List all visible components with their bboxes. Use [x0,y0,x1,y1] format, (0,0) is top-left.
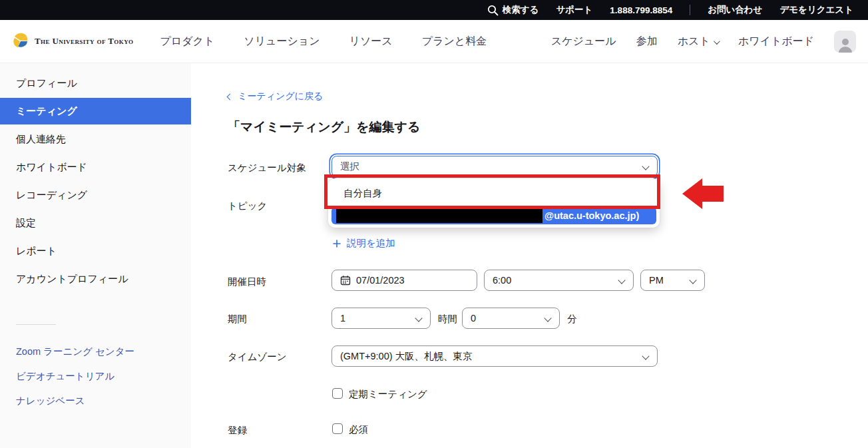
sidebar-item-recordings[interactable]: レコーディング [0,182,191,208]
duration-hours-value: 1 [340,313,345,324]
registration-required-checkbox[interactable] [332,423,343,434]
sidebar-divider [16,324,56,325]
university-of-tokyo-logo[interactable]: The University of Tokyo [12,33,133,51]
sidebar-link-learning-center[interactable]: Zoom ラーニング センター [0,339,191,364]
search-icon [487,5,499,16]
schedule-link[interactable]: スケジュール [551,35,616,49]
whiteboard-link[interactable]: ホワイトボード [738,35,814,49]
person-icon [837,37,854,53]
ampm-select[interactable]: PM [640,270,705,291]
nav-actions: スケジュール 参加 ホスト ホワイトボード [551,31,856,53]
schedule-for-dropdown-panel: 自分自身 @utac.u-tokyo.ac.jp) [328,178,660,228]
ampm-value: PM [649,275,664,286]
recurring-meeting-checkbox[interactable] [332,388,343,399]
sidebar-item-account-profile[interactable]: アカウントプロフィール [0,266,191,292]
topic-label: トピック [228,200,267,212]
time-value: 6:00 [493,275,511,286]
chevron-down-icon [544,314,551,322]
search-button[interactable]: 検索する [487,4,539,16]
sidebar-item-whiteboard[interactable]: ホワイトボード [0,154,191,180]
back-to-meetings-link[interactable]: ミーティングに戻る [228,91,323,103]
sidebar-menu: プロフィール ミーティング 個人連絡先 ホワイトボード レコーディング 設定 レ… [0,63,191,292]
ginkgo-leaf-icon [12,33,30,51]
sidebar-item-settings[interactable]: 設定 [0,210,191,236]
date-input[interactable]: 07/01/2023 [331,270,477,291]
contact-link[interactable]: お問い合わせ [708,4,762,16]
nav-links: プロダクト ソリューション リソース プランと料金 [160,35,487,49]
annotation-red-arrow-icon [682,178,724,209]
sidebar-item-meetings[interactable]: ミーティング [0,98,191,124]
host-menu[interactable]: ホスト [678,35,718,49]
sidebar-link-video-tutorials[interactable]: ビデオチュートリアル [0,364,191,389]
chevron-left-icon [227,93,234,100]
recurring-meeting-label: 定期ミーティング [349,388,427,401]
topbar-divider [690,5,690,15]
chevron-down-icon [642,162,649,170]
dropdown-option-self[interactable]: 自分自身 [328,180,660,206]
nav-link-solutions[interactable]: ソリューション [244,35,320,49]
timezone-select[interactable]: (GMT+9:00) 大阪、札幌、東京 [331,345,658,367]
request-demo-link[interactable]: デモをリクエスト [779,4,853,16]
time-select[interactable]: 6:00 [484,270,634,291]
chevron-down-icon [415,314,422,322]
top-utility-bar: 検索する サポート 1.888.799.8854 お問い合わせ デモをリクエスト [0,0,868,20]
zoom-web-portal-page: 検索する サポート 1.888.799.8854 お問い合わせ デモをリクエスト… [0,0,868,448]
search-label: 検索する [503,4,539,16]
add-description-label: 説明を追加 [347,237,395,250]
calendar-icon [340,275,351,286]
sidebar-item-reports[interactable]: レポート [0,238,191,264]
when-label: 開催日時 [228,276,266,288]
nav-link-products[interactable]: プロダクト [160,35,214,49]
page-title: 「マイミーティング」を編集する [228,118,420,136]
minutes-unit-label: 分 [567,313,577,326]
schedule-for-select[interactable]: 選択 [331,156,658,177]
duration-minutes-select[interactable]: 0 [462,308,560,329]
hours-unit-label: 時間 [438,313,457,326]
plus-icon [333,240,341,248]
add-description-link[interactable]: 説明を追加 [333,237,395,250]
chevron-down-icon [618,276,625,284]
dropdown-option-email[interactable]: @utac.u-tokyo.ac.jp) [331,207,656,224]
back-link-label: ミーティングに戻る [238,91,323,103]
user-avatar[interactable] [834,31,856,53]
duration-label: 期間 [228,313,247,326]
sidebar-item-contacts[interactable]: 個人連絡先 [0,126,191,152]
support-link[interactable]: サポート [556,4,592,16]
schedule-for-label: スケジュール対象 [228,162,306,174]
nav-link-plans[interactable]: プランと料金 [422,35,487,49]
duration-hours-select[interactable]: 1 [331,308,431,329]
sidebar-item-profile[interactable]: プロフィール [0,70,191,97]
registration-label: 登録 [228,424,247,437]
main-navbar: The University of Tokyo プロダクト ソリューション リソ… [0,20,868,63]
logo-text: The University of Tokyo [35,36,133,47]
email-suffix: @utac.u-tokyo.ac.jp) [544,210,639,221]
join-link[interactable]: 参加 [636,35,658,49]
chevron-down-icon [689,276,696,284]
phone-number[interactable]: 1.888.799.8854 [610,5,672,15]
chevron-down-icon [642,352,649,359]
date-value: 07/01/2023 [356,275,405,286]
duration-minutes-value: 0 [471,313,476,324]
sidebar-link-knowledge-base[interactable]: ナレッジベース [0,389,191,413]
chevron-down-icon [714,38,720,45]
registration-required-label: 必須 [349,423,368,436]
timezone-label: タイムゾーン [228,351,287,363]
sidebar: プロフィール ミーティング 個人連絡先 ホワイトボード レコーディング 設定 レ… [0,63,191,448]
timezone-value: (GMT+9:00) 大阪、札幌、東京 [340,350,473,363]
nav-link-resources[interactable]: リソース [349,35,393,49]
redacted-email [336,209,542,223]
schedule-for-placeholder: 選択 [340,160,359,173]
